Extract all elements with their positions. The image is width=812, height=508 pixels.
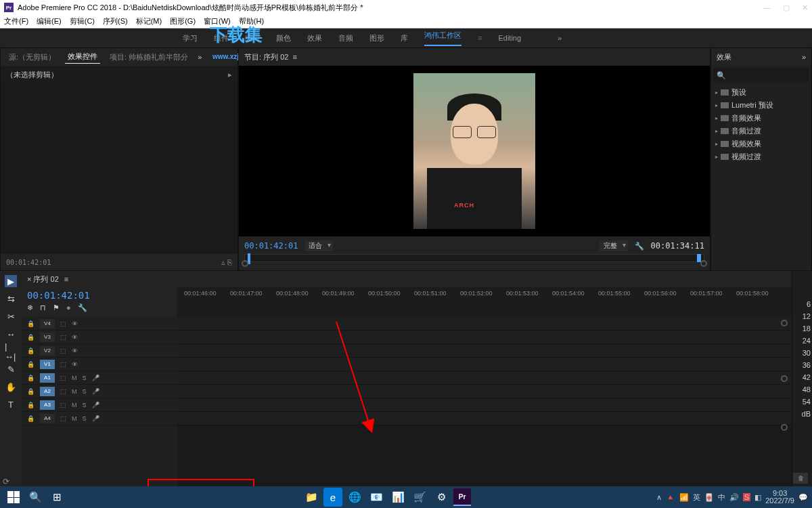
effects-folder-5[interactable]: 视频过渡 — [715, 150, 807, 163]
track-header-A3[interactable]: 🔒A3⬚MS🎤 — [22, 398, 177, 412]
track-header-V3[interactable]: 🔒V3⬚👁 — [22, 331, 177, 344]
workspace-custom[interactable]: 鸿伟工作区 — [424, 30, 461, 46]
settings-dot-icon[interactable]: ● — [66, 303, 71, 312]
workspace-graphics[interactable]: 图形 — [369, 33, 384, 43]
menu-file[interactable]: 文件(F) — [4, 16, 28, 26]
taskbar-settings[interactable]: ⚙ — [432, 488, 451, 507]
trash-icon[interactable]: 🗑 — [793, 473, 808, 484]
program-menu-icon[interactable]: ≡ — [292, 53, 296, 61]
program-viewer[interactable]: ARCH — [239, 66, 710, 236]
tray-ime-en[interactable]: 英 — [693, 492, 700, 503]
taskbar-store[interactable]: 🛒 — [410, 488, 429, 507]
taskbar-clock[interactable]: 9:032022/7/9 — [765, 490, 794, 505]
close-button[interactable]: ✕ — [802, 3, 808, 12]
track-label[interactable]: A4 — [40, 414, 55, 423]
effects-folder-0[interactable]: 预设 — [715, 86, 807, 99]
effects-folder-4[interactable]: 视频效果 — [715, 137, 807, 150]
sync-icon[interactable]: ⟳ — [3, 477, 9, 486]
track-label[interactable]: A3 — [40, 400, 55, 410]
taskbar-edge[interactable]: e — [323, 488, 342, 507]
track-lane-V2[interactable] — [177, 344, 792, 358]
workspace-library[interactable]: 库 — [401, 33, 408, 43]
selection-tool[interactable]: ▶ — [5, 275, 17, 287]
menu-markers[interactable]: 标记(M) — [136, 16, 162, 26]
fit-dropdown[interactable]: 适合 — [304, 240, 333, 251]
type-tool[interactable]: T — [5, 398, 17, 410]
settings-icon[interactable]: 🔧 — [635, 242, 644, 251]
notification-icon[interactable]: 💬 — [798, 493, 808, 502]
taskbar-taskview[interactable]: ⊞ — [47, 488, 66, 507]
start-button[interactable] — [4, 488, 23, 507]
menu-edit[interactable]: 编辑(E) — [37, 16, 62, 26]
tray-misc-icon[interactable]: ◧ — [754, 493, 761, 502]
track-header-V4[interactable]: 🔒V4⬚👁 — [22, 317, 177, 331]
ripple-tool[interactable]: ✂ — [5, 310, 17, 322]
workspace-learn[interactable]: 学习 — [183, 33, 198, 43]
track-label[interactable]: A1 — [40, 373, 55, 383]
track-lane-V1[interactable] — [177, 358, 792, 371]
slip-tool[interactable]: |↔| — [5, 345, 17, 358]
track-header-V2[interactable]: 🔒V2⬚👁 — [22, 344, 177, 358]
track-lane-A3[interactable] — [177, 398, 792, 412]
taskbar-mail[interactable]: 📧 — [367, 488, 386, 507]
toggle-icon[interactable]: ⬚ — [60, 415, 66, 422]
track-header-A2[interactable]: 🔒A2⬚MS🎤 — [22, 385, 177, 398]
link-icon[interactable]: ⊓ — [40, 303, 46, 312]
sequence-menu-icon[interactable]: ≡ — [64, 275, 68, 283]
taskbar-premiere[interactable]: Pr — [453, 488, 471, 506]
menu-sequence[interactable]: 序列(S) — [103, 16, 128, 26]
effects-search[interactable]: 🔍 — [714, 68, 809, 82]
taskbar-explorer[interactable]: 📁 — [302, 488, 321, 507]
track-header-A4[interactable]: 🔒A4⬚MS🎤 — [22, 412, 177, 425]
lock-icon[interactable]: 🔒 — [27, 361, 35, 368]
track-label[interactable]: A2 — [40, 387, 55, 396]
taskbar-browser[interactable]: 🌐 — [345, 488, 364, 507]
effects-folder-2[interactable]: 音频效果 — [715, 112, 807, 125]
track-label[interactable]: V3 — [40, 333, 55, 342]
lock-icon[interactable]: 🔒 — [27, 375, 35, 381]
track-lane-A4[interactable] — [177, 412, 792, 425]
menu-clip[interactable]: 剪辑(C) — [70, 16, 95, 26]
track-lane-A1[interactable] — [177, 371, 792, 385]
tray-network-icon[interactable]: 📶 — [679, 493, 689, 502]
tray-volume-icon[interactable]: 🔊 — [729, 493, 739, 502]
track-lane-A2[interactable] — [177, 385, 792, 398]
toggle-icon[interactable]: ⬚ — [60, 320, 66, 327]
toggle-icon[interactable]: ⬚ — [60, 388, 66, 395]
track-header-A1[interactable]: 🔒A1⬚MS🎤 — [22, 371, 177, 385]
lock-icon[interactable]: 🔒 — [27, 402, 35, 408]
lock-icon[interactable]: 🔒 — [27, 347, 35, 354]
lock-icon[interactable]: 🔒 — [27, 388, 35, 395]
lock-icon[interactable]: 🔒 — [27, 334, 35, 341]
track-lane-V3[interactable] — [177, 331, 792, 344]
tray-icon[interactable]: 🔺 — [666, 493, 675, 502]
time-ruler[interactable]: 00:01:46:0000:01:47:0000:01:48:0000:01:4… — [177, 287, 792, 317]
effects-folder-1[interactable]: Lumetri 预设 — [715, 99, 807, 112]
lock-icon[interactable]: 🔒 — [27, 320, 35, 327]
marker-icon[interactable]: ⚑ — [53, 303, 60, 312]
workspace-editing[interactable]: Editing — [498, 34, 521, 42]
workspace-effects[interactable]: 效果 — [307, 33, 322, 43]
wrench-icon[interactable]: 🔧 — [78, 303, 87, 312]
snap-icon[interactable]: ❄ — [27, 303, 33, 312]
tab-project[interactable]: 项目: 帅栋婚礼前半部分 — [107, 51, 191, 64]
system-tray[interactable]: ∧ 🔺 📶 英 🀄 中 🔊 S ◧ 9:032022/7/9 💬 — [656, 490, 808, 505]
effects-overflow[interactable]: » — [802, 53, 806, 61]
tray-app-icon[interactable]: S — [743, 493, 750, 501]
toggle-icon[interactable]: ⬚ — [60, 361, 66, 368]
toggle-icon[interactable]: ⬚ — [60, 347, 66, 354]
tab-source[interactable]: 源:（无剪辑） — [6, 51, 58, 64]
workspace-audio[interactable]: 音频 — [338, 33, 353, 43]
track-label[interactable]: V1 — [40, 360, 55, 369]
razor-tool[interactable]: ↔ — [5, 328, 17, 340]
pen-tool[interactable]: ✎ — [5, 363, 17, 375]
quality-dropdown[interactable]: 完整 — [600, 240, 628, 251]
track-label[interactable]: V2 — [40, 346, 55, 356]
tray-up-icon[interactable]: ∧ — [656, 493, 662, 502]
hand-tool[interactable]: ✋ — [5, 381, 17, 393]
workspace-overflow[interactable]: » — [558, 34, 562, 42]
maximize-button[interactable]: ▢ — [783, 3, 790, 12]
menu-graphics[interactable]: 图形(G) — [170, 16, 196, 26]
tab-effect-controls[interactable]: 效果控件 — [65, 50, 100, 64]
lock-icon[interactable]: 🔒 — [27, 415, 35, 422]
